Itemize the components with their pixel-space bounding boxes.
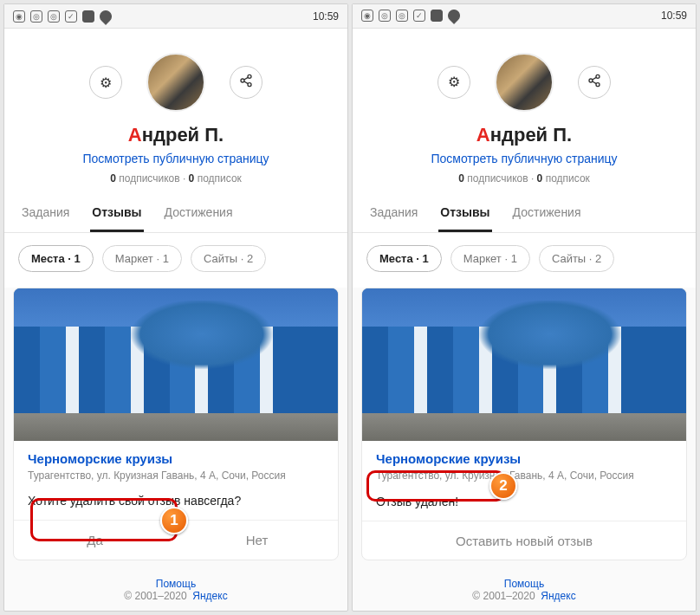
chip-market[interactable]: Маркет · 1 [450, 245, 530, 272]
status-bar: ◉ ◎ ◎ ✓ 10:59 [353, 4, 696, 29]
app-icon-2: ◎ [48, 10, 60, 23]
status-time: 10:59 [661, 10, 687, 22]
settings-button[interactable]: ⚙ [438, 66, 470, 99]
svg-line-4 [244, 81, 249, 84]
share-button[interactable] [230, 66, 262, 99]
drop-icon [97, 8, 114, 25]
confirm-no-button[interactable]: Нет [176, 521, 338, 560]
svg-line-8 [593, 77, 597, 80]
chip-sites[interactable]: Сайты · 2 [191, 245, 266, 272]
location-icon: ◉ [13, 10, 25, 23]
place-title[interactable]: Черноморские круизы [28, 451, 324, 466]
app-icon-1: ◎ [30, 10, 42, 23]
tab-achievements[interactable]: Достижения [163, 195, 235, 232]
place-address: Турагентство, ул. Круизная Гавань, 4 А, … [376, 469, 672, 482]
filter-chips: Места · 1 Маркет · 1 Сайты · 2 [353, 233, 696, 288]
status-icons-left: ◉ ◎ ◎ ✓ [361, 10, 460, 22]
location-icon: ◉ [361, 10, 373, 22]
place-photo [362, 288, 686, 441]
chip-places[interactable]: Места · 1 [18, 245, 94, 272]
svg-line-3 [244, 77, 249, 80]
app-icon-3 [431, 10, 443, 22]
avatar[interactable] [146, 53, 205, 112]
profile-header: ⚙ Андрей П. Посмотреть публичную страниц… [4, 29, 347, 195]
tab-tasks[interactable]: Задания [368, 195, 419, 232]
share-icon [587, 74, 601, 91]
svg-point-7 [596, 83, 600, 87]
chip-sites[interactable]: Сайты · 2 [539, 245, 614, 272]
status-icons-left: ◉ ◎ ◎ ✓ [13, 10, 112, 23]
tab-tasks[interactable]: Задания [20, 195, 71, 232]
profile-tabs: Задания Отзывы Достижения [353, 195, 696, 233]
public-page-link[interactable]: Посмотреть публичную страницу [431, 152, 617, 165]
gear-icon: ⚙ [100, 74, 112, 91]
review-deleted-message: Отзыв удален! [376, 495, 458, 508]
chip-market[interactable]: Маркет · 1 [102, 245, 182, 272]
phone-screen-right: ◉ ◎ ◎ ✓ 10:59 ⚙ Андрей П. Посмотреть пуб… [352, 3, 697, 612]
tab-reviews[interactable]: Отзывы [438, 195, 491, 232]
confirm-yes-button[interactable]: Да [14, 521, 176, 560]
place-address: Турагентство, ул. Круизная Гавань, 4 А, … [28, 469, 324, 482]
phone-screen-left: ◉ ◎ ◎ ✓ 10:59 ⚙ Андрей П. Посмотреть пуб… [3, 3, 348, 612]
annotation-badge-2: 2 [489, 472, 517, 500]
status-bar: ◉ ◎ ◎ ✓ 10:59 [4, 4, 347, 29]
tab-achievements[interactable]: Достижения [511, 195, 583, 232]
review-card: Черноморские круизы Турагентство, ул. Кр… [361, 288, 687, 560]
brand-link[interactable]: Яндекс [192, 590, 227, 602]
chip-places[interactable]: Места · 1 [366, 245, 442, 272]
svg-point-0 [248, 74, 251, 78]
share-icon [239, 74, 253, 91]
new-review-button[interactable]: Оставить новый отзыв [362, 521, 686, 560]
username: Андрей П. [476, 124, 572, 146]
app-icon-3 [82, 10, 94, 23]
public-page-link[interactable]: Посмотреть публичную страницу [82, 152, 269, 165]
footer: Помощь © 2001–2020 Яндекс [353, 560, 696, 611]
follower-stats: 0 подписчиков · 0 подписок [458, 172, 590, 184]
footer: Помощь © 2001–2020 Яндекс [4, 560, 347, 611]
share-button[interactable] [578, 66, 611, 99]
drop-icon [445, 8, 463, 25]
brand-link[interactable]: Яндекс [541, 590, 575, 602]
place-photo [14, 288, 338, 441]
help-link[interactable]: Помощь [504, 578, 544, 590]
follower-stats: 0 подписчиков · 0 подписок [110, 172, 242, 184]
filter-chips: Места · 1 Маркет · 1 Сайты · 2 [4, 233, 347, 288]
delete-confirm-prompt: Хотите удалить свой отзыв навсегда? [28, 494, 324, 508]
app-icon-2: ◎ [396, 10, 408, 22]
svg-point-5 [596, 74, 600, 78]
shield-icon: ✓ [413, 10, 425, 22]
post-delete-actions: Оставить новый отзыв [362, 521, 686, 560]
profile-tabs: Задания Отзывы Достижения [4, 195, 347, 233]
svg-point-1 [241, 79, 244, 82]
settings-button[interactable]: ⚙ [89, 66, 122, 99]
app-icon-1: ◎ [379, 10, 391, 22]
shield-icon: ✓ [65, 10, 77, 23]
profile-header: ⚙ Андрей П. Посмотреть публичную страниц… [353, 29, 696, 195]
avatar[interactable] [495, 53, 554, 112]
annotation-badge-1: 1 [160, 507, 188, 534]
tab-reviews[interactable]: Отзывы [90, 195, 143, 232]
gear-icon: ⚙ [448, 74, 460, 90]
username: Андрей П. [128, 124, 224, 146]
svg-point-2 [248, 83, 251, 87]
status-time: 10:59 [313, 10, 339, 23]
help-link[interactable]: Помощь [156, 578, 196, 590]
svg-line-9 [593, 81, 597, 84]
svg-point-6 [589, 79, 593, 82]
place-title[interactable]: Черноморские круизы [376, 451, 672, 466]
